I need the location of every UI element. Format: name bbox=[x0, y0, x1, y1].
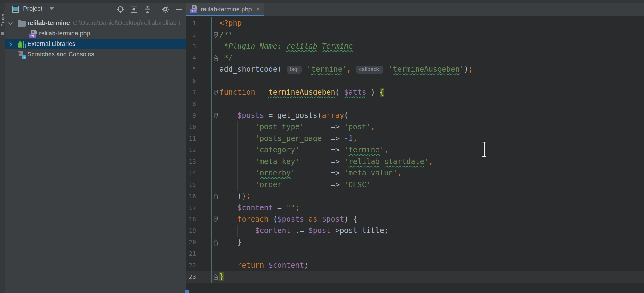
code-text: $posts = get_posts(array( bbox=[219, 110, 348, 121]
code-text: /** bbox=[219, 29, 233, 41]
fold-toggle-button[interactable] bbox=[213, 239, 218, 246]
code-line[interactable]: 16 )); bbox=[186, 191, 644, 202]
code-line[interactable]: 1<?php bbox=[186, 18, 644, 29]
code-editor[interactable]: 1<?php2/**3 *Plugin Name: relilab Termin… bbox=[186, 16, 644, 293]
line-number[interactable]: 11 bbox=[186, 133, 196, 144]
hide-panel-button[interactable] bbox=[175, 5, 184, 14]
code-line[interactable]: 7function termineAusgeben( $atts ) { bbox=[186, 87, 644, 98]
code-line[interactable]: 20 } bbox=[186, 237, 644, 248]
editor-tab[interactable]: PHP relilab-termine.php × bbox=[186, 3, 264, 16]
fold-toggle-button[interactable] bbox=[213, 32, 218, 38]
fold-toggle-button[interactable] bbox=[213, 90, 218, 96]
tab-title: relilab-termine.php bbox=[201, 6, 252, 13]
code-line[interactable]: 8 bbox=[186, 98, 644, 110]
settings-button[interactable] bbox=[161, 5, 170, 14]
code-line[interactable]: 13 'meta_key' => 'relilab_startdate', bbox=[186, 156, 644, 167]
line-number[interactable]: 3 bbox=[186, 41, 196, 52]
scratches-icon bbox=[18, 51, 26, 59]
line-number[interactable]: 13 bbox=[186, 156, 196, 167]
project-panel: Project bbox=[5, 3, 186, 293]
tree-item-label: relilab-termine.php bbox=[39, 30, 90, 37]
fold-toggle-button[interactable] bbox=[213, 216, 218, 223]
tree-item-external-libraries[interactable]: External Libraries bbox=[5, 39, 186, 49]
line-number[interactable]: 12 bbox=[186, 144, 196, 156]
code-line[interactable]: 14 'orderby' => 'meta_value', bbox=[186, 167, 644, 179]
code-text: */ bbox=[219, 52, 233, 64]
line-number[interactable]: 14 bbox=[186, 167, 196, 179]
locate-file-button[interactable] bbox=[116, 5, 125, 14]
code-line[interactable]: 4 */ bbox=[186, 52, 644, 64]
code-text: } bbox=[219, 237, 242, 248]
ide-window: Project Project bbox=[0, 0, 644, 293]
code-text: add_shortcode( tag: 'termine', callback:… bbox=[219, 64, 473, 75]
fold-toggle-button[interactable] bbox=[213, 113, 218, 119]
line-number[interactable]: 17 bbox=[186, 202, 196, 214]
indent-guide bbox=[237, 225, 238, 237]
fold-toggle-button[interactable] bbox=[213, 55, 218, 61]
tab-close-button[interactable]: × bbox=[256, 6, 260, 13]
line-number[interactable]: 23 bbox=[186, 271, 196, 283]
tree-item-relilab-termine-php[interactable]: PHPrelilab-termine.php bbox=[5, 29, 186, 38]
tree-item-relilab-termine[interactable]: relilab-termineC:\Users\Daniel\Desktop\r… bbox=[5, 18, 186, 28]
toolbar-divider bbox=[157, 5, 157, 13]
code-text: function termineAusgeben( $atts ) { bbox=[219, 87, 384, 98]
code-text: 'meta_key' => 'relilab_startdate', bbox=[219, 156, 433, 167]
line-number[interactable]: 8 bbox=[186, 98, 196, 110]
code-line[interactable]: 17 $content = ""; bbox=[186, 202, 644, 214]
code-line[interactable]: 15 'order' => 'DESC' bbox=[186, 179, 644, 191]
line-number[interactable]: 22 bbox=[186, 260, 196, 271]
code-text: $content = ""; bbox=[219, 202, 300, 214]
line-number[interactable]: 18 bbox=[186, 214, 196, 225]
line-number[interactable]: 19 bbox=[186, 225, 196, 236]
line-number[interactable]: 1 bbox=[186, 18, 196, 29]
line-number[interactable]: 15 bbox=[186, 179, 196, 191]
line-number[interactable]: 9 bbox=[186, 110, 196, 121]
library-icon bbox=[18, 40, 27, 48]
code-line[interactable]: 19 $content .= $post->post_title; bbox=[186, 225, 644, 236]
code-line[interactable]: 11 'posts_per_page' => -1, bbox=[186, 133, 644, 144]
line-number[interactable]: 21 bbox=[186, 248, 196, 259]
tree-item-scratches-and-consoles[interactable]: Scratches and Consoles bbox=[5, 50, 186, 59]
minus-icon bbox=[175, 5, 183, 13]
php-file-icon: PHP bbox=[190, 5, 198, 13]
splitter-accent bbox=[185, 290, 189, 293]
line-number[interactable]: 20 bbox=[186, 237, 196, 248]
fold-toggle-button[interactable] bbox=[213, 274, 218, 280]
code-text: $content .= $post->post_title; bbox=[219, 225, 388, 236]
code-text: )); bbox=[219, 191, 251, 202]
php-file-icon: PHP bbox=[29, 30, 37, 38]
code-line[interactable]: 10 'post_type' => 'post', bbox=[186, 121, 644, 133]
code-line[interactable]: 23} bbox=[186, 271, 644, 283]
text-cursor-pointer bbox=[480, 141, 488, 157]
line-number[interactable]: 5 bbox=[186, 64, 196, 75]
fold-guide-line bbox=[217, 29, 217, 293]
code-line[interactable]: 9 $posts = get_posts(array( bbox=[186, 110, 644, 121]
editor-tab-bar: PHP relilab-termine.php × bbox=[186, 3, 644, 16]
tree-item-label: External Libraries bbox=[27, 40, 75, 47]
code-line[interactable]: 2/** bbox=[186, 29, 644, 41]
tree-item-path: C:\Users\Daniel\Desktop\relilab\relilab-… bbox=[70, 19, 180, 26]
line-number[interactable]: 6 bbox=[186, 75, 196, 87]
line-number[interactable]: 2 bbox=[186, 29, 196, 41]
chevron-right-icon[interactable] bbox=[8, 42, 13, 47]
expand-all-button[interactable] bbox=[129, 5, 139, 14]
line-number[interactable]: 16 bbox=[186, 191, 196, 202]
code-line[interactable]: 5add_shortcode( tag: 'termine', callback… bbox=[186, 64, 644, 75]
code-line[interactable]: 22 return $content; bbox=[186, 260, 644, 271]
code-line[interactable]: 3 *Plugin Name: relilab Termine bbox=[186, 41, 644, 52]
project-panel-header: Project bbox=[5, 3, 186, 15]
line-number[interactable]: 10 bbox=[186, 121, 196, 133]
line-number[interactable]: 7 bbox=[186, 87, 196, 98]
code-line[interactable]: 12 'category' => 'termine', bbox=[186, 144, 644, 156]
chevron-down-icon[interactable] bbox=[8, 21, 13, 26]
code-line[interactable]: 6 bbox=[186, 75, 644, 87]
collapse-all-button[interactable] bbox=[143, 5, 152, 14]
tool-window-bar: Project bbox=[0, 3, 5, 293]
fold-toggle-button[interactable] bbox=[213, 193, 218, 199]
project-view-dropdown[interactable]: Project bbox=[23, 5, 42, 12]
line-number[interactable]: 4 bbox=[186, 52, 196, 64]
code-line[interactable]: 21 bbox=[186, 248, 644, 259]
code-line[interactable]: 18 foreach ($posts as $post) { bbox=[186, 214, 644, 225]
project-tool-window-button[interactable]: Project bbox=[0, 8, 5, 30]
chevron-down-icon[interactable] bbox=[49, 7, 54, 10]
